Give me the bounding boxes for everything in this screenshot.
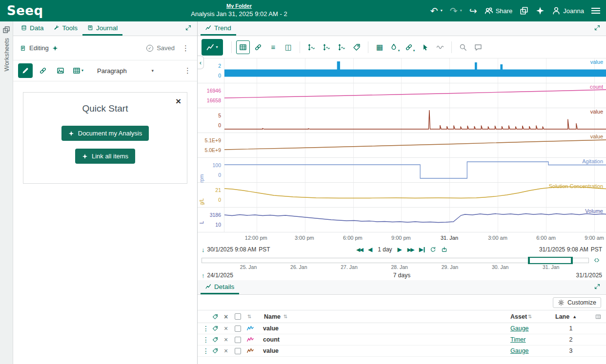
- details-row[interactable]: ⋮×valueGauge1: [198, 323, 606, 334]
- capture-range-button[interactable]: [442, 247, 447, 252]
- row-asset-link[interactable]: Gauge: [510, 325, 529, 332]
- tab-data[interactable]: Data: [16, 21, 49, 36]
- fast-forward-button[interactable]: ▶▶: [407, 247, 414, 252]
- lane-y-axis[interactable]: 5.1E+95.0E+9: [198, 133, 224, 157]
- seeq-logo[interactable]: Seeq: [7, 3, 43, 18]
- gridlines-button[interactable]: ▦: [373, 40, 386, 54]
- range-end[interactable]: 31/1/2025 9:08 AM PST: [539, 246, 602, 253]
- lane-plot[interactable]: value: [224, 133, 606, 157]
- undo-button[interactable]: ↶▾: [430, 6, 443, 16]
- quick-start-close-button[interactable]: ×: [176, 96, 181, 106]
- dimming-button[interactable]: [433, 40, 447, 54]
- lane-y-axis[interactable]: L318610: [198, 208, 224, 232]
- samples-button[interactable]: ▾: [388, 40, 402, 54]
- details-row[interactable]: ⋮×valueGauge3: [198, 345, 606, 357]
- insert-link-button[interactable]: [36, 63, 50, 78]
- lane-y-axis[interactable]: 1694616658: [198, 83, 224, 108]
- annotate-pen-button[interactable]: [18, 63, 33, 78]
- column-header-lane[interactable]: Lane▲: [555, 313, 586, 320]
- column-header-name[interactable]: Name⇅: [264, 313, 510, 320]
- user-menu[interactable]: Joanna: [552, 6, 584, 15]
- row-remove-button[interactable]: ×: [224, 347, 235, 355]
- row-remove-button[interactable]: ×: [224, 336, 235, 344]
- auto-update-button[interactable]: [430, 247, 436, 252]
- chain-view-button[interactable]: [251, 40, 265, 54]
- trend-x-axis[interactable]: 12:00 pm3:00 pm6:00 pm9:00 pm31. Jan3:00…: [224, 232, 606, 243]
- tab-details[interactable]: Details: [201, 280, 239, 294]
- paragraph-style-select[interactable]: Paragraph▾: [94, 65, 157, 77]
- journal-expand-button[interactable]: [182, 25, 194, 32]
- journal-more-menu[interactable]: ⋮: [180, 66, 192, 75]
- row-tag-button[interactable]: [212, 337, 224, 343]
- lane-plot[interactable]: value: [224, 58, 606, 83]
- fit-selection-button[interactable]: [591, 257, 602, 263]
- lane-plot[interactable]: Agitation: [224, 158, 606, 182]
- share-button[interactable]: Share: [485, 6, 513, 15]
- row-remove-button[interactable]: ×: [224, 325, 235, 332]
- zoom-button[interactable]: [456, 40, 470, 54]
- row-tag-button[interactable]: [212, 326, 224, 331]
- pointer-button[interactable]: [418, 40, 432, 54]
- overview-duration[interactable]: 7 days: [393, 272, 410, 279]
- lane-plot[interactable]: Solution Concentration: [224, 183, 606, 207]
- range-start[interactable]: ↓ 30/1/2025 9:08 AM PST: [202, 246, 270, 253]
- document-analysis-button[interactable]: Document my Analysis: [61, 126, 149, 141]
- row-checkbox[interactable]: [235, 326, 241, 332]
- lane-plot[interactable]: count: [224, 83, 606, 108]
- row-tag-button[interactable]: [212, 348, 224, 354]
- trend-lanes[interactable]: 20value1694616658count50value5.1E+95.0E+…: [198, 58, 606, 232]
- row-menu-button[interactable]: ⋮: [202, 347, 212, 355]
- lane-y-axis[interactable]: rpm1000: [198, 158, 224, 182]
- journal-status-menu[interactable]: ⋮: [178, 44, 190, 53]
- ai-assistant-button[interactable]: [536, 6, 545, 15]
- annotation-button[interactable]: [471, 40, 485, 54]
- capsule-time-button[interactable]: ≡: [266, 40, 280, 54]
- sort-type-button[interactable]: ⇅: [247, 314, 264, 319]
- customize-button[interactable]: Customize: [553, 297, 601, 308]
- one-lane-button[interactable]: [304, 40, 318, 54]
- compare-view-button[interactable]: ◫: [282, 40, 295, 54]
- tab-tools[interactable]: Tools: [49, 21, 83, 36]
- redo-button[interactable]: ↷▾: [450, 6, 462, 16]
- rewind-button[interactable]: ◀◀: [356, 247, 363, 252]
- row-checkbox[interactable]: [235, 337, 241, 343]
- breadcrumb[interactable]: My Folder: [226, 3, 252, 9]
- row-asset-link[interactable]: Gauge: [510, 347, 529, 354]
- trend-expand-button[interactable]: [591, 25, 603, 32]
- column-options-button[interactable]: [586, 314, 601, 320]
- details-expand-button[interactable]: [591, 284, 603, 291]
- tab-trend[interactable]: Trend: [201, 21, 236, 36]
- table-view-button[interactable]: [236, 40, 250, 54]
- lane-plot[interactable]: Volume: [224, 208, 606, 232]
- autoscale-button[interactable]: [335, 40, 348, 54]
- lane-y-axis[interactable]: g/L210: [198, 183, 224, 207]
- bulk-tag-button[interactable]: [212, 314, 224, 320]
- range-duration[interactable]: 1 day: [378, 246, 392, 253]
- labels-button[interactable]: [350, 40, 364, 54]
- lane-plot[interactable]: value: [224, 108, 606, 133]
- step-back-button[interactable]: ◀: [368, 247, 372, 252]
- display-type-button[interactable]: ▾: [202, 39, 223, 56]
- row-menu-button[interactable]: ⋮: [202, 325, 212, 332]
- step-forward-button[interactable]: ▶: [398, 247, 402, 252]
- row-checkbox[interactable]: [235, 348, 241, 354]
- worksheets-overview-button[interactable]: [520, 6, 528, 15]
- tab-journal[interactable]: Journal: [82, 21, 122, 36]
- row-asset-link[interactable]: Timer: [510, 336, 525, 343]
- select-all-checkbox[interactable]: [235, 313, 241, 320]
- interpolation-button[interactable]: ▾: [403, 40, 417, 54]
- lane-y-axis[interactable]: 50: [198, 108, 224, 133]
- overview-start[interactable]: ↑ 24/1/2025: [202, 272, 233, 279]
- details-row[interactable]: ⋮×countTimer2: [198, 334, 606, 345]
- worksheets-rail[interactable]: Worksheets: [0, 21, 13, 364]
- range-start-date[interactable]: 30/1/2025 9:08 AM: [207, 246, 257, 253]
- collapse-panel-button[interactable]: ‹: [198, 56, 204, 69]
- one-axis-button[interactable]: [320, 40, 333, 54]
- step-to-end-button[interactable]: ▶: [419, 247, 425, 252]
- link-all-items-button[interactable]: Link all items: [75, 149, 135, 164]
- insert-image-button[interactable]: [53, 63, 68, 78]
- column-header-asset[interactable]: Asset⇅: [510, 313, 555, 320]
- row-menu-button[interactable]: ⋮: [202, 336, 212, 344]
- restore-button[interactable]: ↪: [469, 6, 477, 16]
- hamburger-menu-button[interactable]: [591, 10, 600, 11]
